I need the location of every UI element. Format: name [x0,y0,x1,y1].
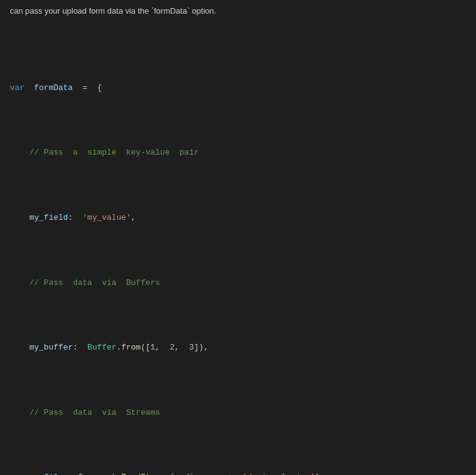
code-line-3: my_field: 'my_value', [0,211,476,224]
code-container: can pass your upload form data via the `… [0,0,476,475]
code-line-7: my_file: fs.createReadStream(__dirname +… [0,471,476,475]
code-line-6: // Pass data via Streams [0,406,476,419]
code-line-4: // Pass data via Buffers [0,276,476,289]
code-line-5: my_buffer: Buffer.from([1, 2, 3]), [0,341,476,354]
intro-text: can pass your upload form data via the `… [0,0,476,25]
code-line-1: var formData = { [0,81,476,94]
code-block[interactable]: var formData = { // Pass a simple key-va… [0,25,476,476]
intro-text-content: can pass your upload form data via the `… [10,6,216,16]
code-line-2: // Pass a simple key-value pair [0,146,476,159]
